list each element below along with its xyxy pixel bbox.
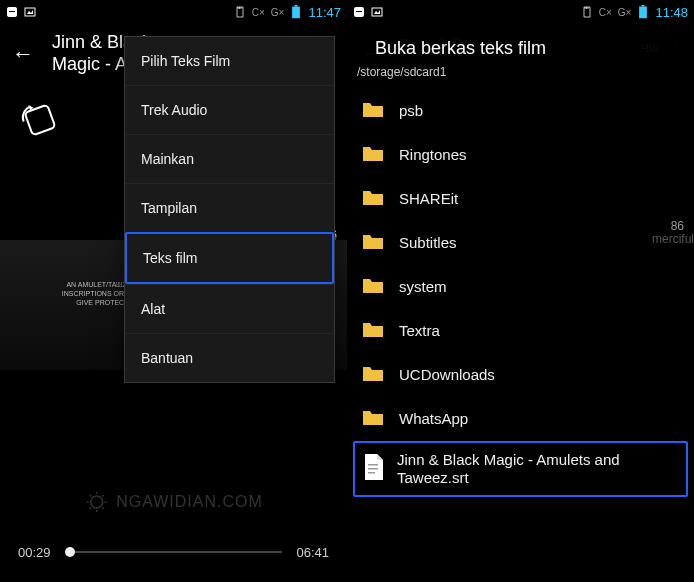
bbm-icon: [6, 6, 18, 18]
file-icon: [363, 454, 383, 484]
folder-label: WhatsApp: [399, 410, 468, 428]
watermark: NGAWIDIAN.COM: [84, 490, 263, 514]
file-browser-path: /storage/sdcard1: [347, 63, 694, 89]
image-icon: [24, 6, 36, 18]
net-label-2: G×: [271, 7, 285, 18]
count-badge: 86: [671, 219, 684, 233]
folder-shareit[interactable]: SHAREit: [347, 177, 694, 221]
back-button[interactable]: ←: [12, 41, 40, 67]
merciful-label: merciful: [652, 232, 694, 246]
menu-trek-audio[interactable]: Trek Audio: [125, 85, 334, 134]
folder-icon: [361, 231, 385, 255]
statusbar: C× G× 11:47: [0, 0, 347, 24]
menu-tampilan[interactable]: Tampilan: [125, 183, 334, 232]
svg-rect-10: [356, 11, 362, 12]
file-label: Jinn & Black Magic - Amulets and Taweez.…: [397, 451, 678, 487]
folder-psb[interactable]: psb: [347, 89, 694, 133]
statusbar: C× G× 11:48: [347, 0, 694, 24]
folder-icon: [361, 99, 385, 123]
folder-label: UCDownloads: [399, 366, 495, 384]
bulb-icon: [84, 490, 108, 514]
folder-ucdownloads[interactable]: UCDownloads: [347, 353, 694, 397]
folder-label: system: [399, 278, 447, 296]
folder-textra[interactable]: Textra: [347, 309, 694, 353]
clock: 11:47: [308, 5, 341, 20]
folder-label: Ringtones: [399, 146, 467, 164]
folder-icon: [361, 143, 385, 167]
sdcard-icon: [581, 6, 593, 18]
svg-marker-3: [27, 10, 33, 14]
svg-rect-1: [9, 11, 15, 12]
menu-mainkan[interactable]: Mainkan: [125, 134, 334, 183]
svg-rect-15: [368, 464, 378, 466]
battery-icon: [637, 6, 649, 18]
file-srt[interactable]: Jinn & Black Magic - Amulets and Taweez.…: [353, 441, 688, 497]
seek-bar[interactable]: [65, 551, 283, 553]
menu-bantuan[interactable]: Bantuan: [125, 333, 334, 382]
bbm-icon: [353, 6, 365, 18]
context-menu: Pilih Teks Film Trek Audio Mainkan Tampi…: [124, 36, 335, 383]
sdcard-icon: [234, 6, 246, 18]
menu-pilih-teks[interactable]: Pilih Teks Film: [125, 37, 334, 85]
svg-rect-5: [295, 5, 298, 7]
svg-rect-6: [25, 105, 56, 136]
folder-label: SHAREit: [399, 190, 458, 208]
total-time: 06:41: [296, 545, 329, 560]
right-screenshot: C× G× 11:48 ← Jinn & Black HW ⋮ Buka ber…: [347, 0, 694, 582]
image-icon: [371, 6, 383, 18]
folder-icon: [361, 275, 385, 299]
battery-icon: [290, 6, 302, 18]
left-screenshot: C× G× 11:47 ← Jinn & Black Magic - Amule…: [0, 0, 347, 582]
folder-subtitles[interactable]: Subtitles: [347, 221, 694, 265]
svg-rect-16: [368, 468, 378, 470]
file-browser-title: Buka berkas teks film: [347, 24, 694, 63]
folder-icon: [361, 319, 385, 343]
svg-rect-13: [640, 7, 648, 19]
menu-alat[interactable]: Alat: [125, 284, 334, 333]
svg-rect-14: [642, 5, 645, 7]
folder-ringtones[interactable]: Ringtones: [347, 133, 694, 177]
svg-point-8: [90, 496, 102, 508]
folder-icon: [361, 407, 385, 431]
watermark-text: NGAWIDIAN.COM: [116, 493, 263, 511]
menu-teks-film[interactable]: Teks film: [125, 232, 334, 284]
folder-icon: [361, 187, 385, 211]
net-label-1: C×: [599, 7, 612, 18]
folder-label: Subtitles: [399, 234, 457, 252]
svg-rect-4: [293, 7, 301, 19]
folder-label: Textra: [399, 322, 440, 340]
rotate-icon[interactable]: [14, 94, 65, 145]
svg-rect-17: [368, 472, 375, 474]
svg-marker-12: [374, 10, 380, 14]
net-label-1: C×: [252, 7, 265, 18]
player-controls: 00:29 06:41: [0, 522, 347, 582]
current-time: 00:29: [18, 545, 51, 560]
folder-whatsapp[interactable]: WhatsApp: [347, 397, 694, 441]
clock: 11:48: [655, 5, 688, 20]
folder-system[interactable]: system: [347, 265, 694, 309]
folder-label: psb: [399, 102, 423, 120]
net-label-2: G×: [618, 7, 632, 18]
file-list: psb Ringtones SHAREit Subtitles system T…: [347, 89, 694, 497]
folder-icon: [361, 363, 385, 387]
